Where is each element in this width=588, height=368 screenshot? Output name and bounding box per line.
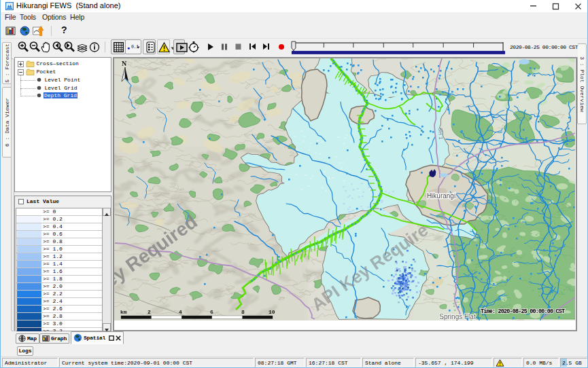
svg-text:Time: 2020-08-25 00:00:00 CST: Time: 2020-08-25 00:00:00 CST: [481, 308, 565, 315]
svg-text:SH 1: SH 1: [437, 128, 444, 141]
svg-text:2: 2: [148, 309, 151, 315]
svg-text:6: 6: [210, 309, 213, 315]
svg-text:10: 10: [269, 309, 275, 315]
svg-text:Hikurangi: Hikurangi: [427, 192, 455, 200]
svg-text:8: 8: [241, 309, 245, 315]
svg-text:Springs Flat: Springs Flat: [439, 313, 476, 320]
svg-text:km: km: [120, 309, 127, 315]
svg-text:N: N: [122, 60, 127, 67]
svg-text:4: 4: [179, 309, 182, 315]
